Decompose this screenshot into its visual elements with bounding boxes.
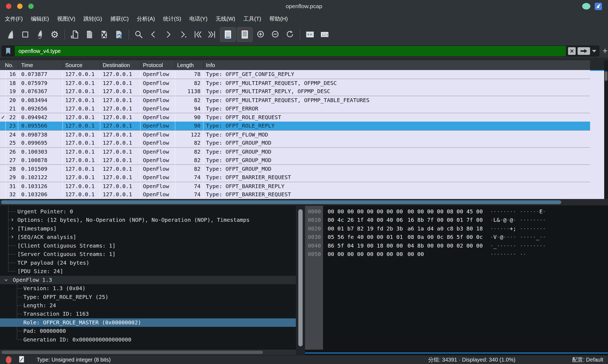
open-file-button[interactable] bbox=[68, 27, 82, 42]
packet-list-scroll-track[interactable] bbox=[590, 70, 604, 199]
menu-item-2[interactable]: 编辑(E) bbox=[31, 15, 49, 23]
zoom-out-button[interactable] bbox=[268, 27, 282, 42]
expander-closed-icon[interactable]: › bbox=[10, 216, 14, 224]
menu-item-9[interactable]: 无线(W) bbox=[216, 15, 235, 23]
detail-row[interactable]: [PDU Size: 24] bbox=[0, 267, 296, 276]
packet-row-24[interactable]: 240.098738127.0.0.1127.0.0.1OpenFlow122T… bbox=[0, 130, 590, 139]
detail-row[interactable]: TCP payload (24 bytes) bbox=[0, 259, 296, 267]
fixed-width-columns-button[interactable]: 123 bbox=[318, 27, 331, 42]
packet-row-21[interactable]: 210.092656127.0.0.1127.0.0.1OpenFlow94Ty… bbox=[0, 105, 590, 113]
resize-columns-button[interactable] bbox=[303, 27, 317, 42]
capture-comment-button[interactable] bbox=[19, 356, 25, 364]
filter-input[interactable]: openflow_v4.type bbox=[15, 46, 566, 56]
restart-capture-button[interactable] bbox=[33, 27, 47, 42]
detail-row[interactable]: Length: 24 bbox=[0, 301, 296, 310]
column-resize-handle[interactable] bbox=[175, 61, 175, 69]
expert-info-button[interactable] bbox=[6, 356, 12, 364]
first-packet-button[interactable] bbox=[191, 27, 204, 42]
reload-file-button[interactable] bbox=[112, 27, 126, 42]
profile-status[interactable]: 配置: Default bbox=[572, 355, 603, 364]
detail-row[interactable]: Transaction ID: 1163 bbox=[0, 310, 296, 318]
menu-item-8[interactable]: 电话(Y) bbox=[189, 15, 208, 23]
detail-row[interactable]: ›[Timestamps] bbox=[0, 224, 296, 233]
hex-row-0010[interactable]: 001000 4c 26 1f 40 00 40 0616 8b 7f 00 0… bbox=[305, 216, 608, 224]
add-filter-button[interactable]: + bbox=[601, 46, 608, 56]
column-resize-handle[interactable] bbox=[100, 61, 100, 69]
detail-row[interactable]: Generation ID: 0x0000000000000000 bbox=[0, 335, 296, 344]
detail-row[interactable]: ›Options: (12 bytes), No-Operation (NOP)… bbox=[0, 216, 296, 224]
packet-row-22[interactable]: ✓220.094942127.0.0.1127.0.0.1OpenFlow90T… bbox=[0, 113, 590, 122]
expander-open-icon[interactable]: › bbox=[2, 278, 10, 282]
save-file-button[interactable]: 010100110101110 bbox=[83, 27, 96, 42]
detail-row[interactable]: Pad: 00000000 bbox=[0, 327, 296, 335]
stop-capture-button[interactable] bbox=[18, 27, 32, 42]
expander-closed-icon[interactable]: › bbox=[10, 224, 14, 233]
detail-row[interactable]: ›[SEQ/ACK analysis] bbox=[0, 233, 296, 241]
packet-row-28[interactable]: 280.101509127.0.0.1127.0.0.1OpenFlow82Ty… bbox=[0, 164, 590, 173]
column-header-length[interactable]: Length bbox=[177, 60, 194, 70]
previous-packet-button[interactable] bbox=[147, 27, 160, 42]
detail-row[interactable]: ›OpenFlow 1.3 bbox=[0, 276, 296, 284]
hex-row-0040[interactable]: 004086 5f 04 19 00 18 00 0004 8b 00 00 0… bbox=[305, 242, 608, 250]
find-packet-button[interactable] bbox=[132, 27, 146, 42]
zoom-reset-button[interactable] bbox=[283, 27, 297, 42]
column-header-info[interactable]: Info bbox=[206, 60, 215, 70]
detail-row[interactable]: [Server Contiguous Streams: 1] bbox=[0, 250, 296, 258]
column-resize-handle[interactable] bbox=[18, 61, 18, 69]
packet-row-23[interactable]: 230.095566127.0.0.1127.0.0.1OpenFlow90Ty… bbox=[0, 122, 590, 130]
packet-row-29[interactable]: 290.102122127.0.0.1127.0.0.1OpenFlow74Ty… bbox=[0, 173, 590, 182]
close-file-button[interactable] bbox=[97, 27, 111, 42]
detail-row[interactable]: [Client Contiguous Streams: 1] bbox=[0, 242, 296, 250]
hex-row-0030[interactable]: 003005 56 fe 40 00 00 01 0108 0a 00 0c 8… bbox=[305, 233, 608, 241]
clear-filter-button[interactable] bbox=[568, 47, 576, 55]
detail-hscroll-thumb[interactable] bbox=[2, 351, 263, 354]
detail-vscroll-thumb[interactable] bbox=[298, 209, 303, 346]
pane-splitter[interactable] bbox=[296, 206, 305, 350]
column-resize-handle[interactable] bbox=[203, 61, 203, 69]
column-resize-handle[interactable] bbox=[62, 61, 63, 69]
start-capture-button[interactable] bbox=[4, 27, 17, 42]
packet-row-16[interactable]: 160.073877127.0.0.1127.0.0.1OpenFlow78Ty… bbox=[0, 70, 590, 79]
next-packet-button[interactable] bbox=[161, 27, 175, 42]
zoom-in-button[interactable] bbox=[254, 27, 267, 42]
filter-dropdown-caret[interactable] bbox=[592, 50, 596, 52]
menu-item-11[interactable]: 帮助(H) bbox=[269, 15, 288, 23]
packet-row-18[interactable]: 180.075979127.0.0.1127.0.0.1OpenFlow82Ty… bbox=[0, 79, 590, 88]
packet-list-vscrollbar[interactable] bbox=[604, 60, 608, 199]
packet-row-20[interactable]: 200.083494127.0.0.1127.0.0.1OpenFlow82Ty… bbox=[0, 96, 590, 105]
column-resize-handle[interactable] bbox=[140, 61, 140, 69]
detail-row[interactable]: Role: OFPCR_ROLE_MASTER (0x00000002) bbox=[0, 318, 296, 327]
packet-row-31[interactable]: 310.103126127.0.0.1127.0.0.1OpenFlow74Ty… bbox=[0, 182, 590, 191]
column-header-protocol[interactable]: Protocol bbox=[143, 60, 163, 70]
menu-item-5[interactable]: 捕获(C) bbox=[110, 15, 129, 23]
column-header-destination[interactable]: Destination bbox=[103, 60, 130, 70]
menu-item-7[interactable]: 统计(S) bbox=[163, 15, 181, 23]
last-packet-button[interactable] bbox=[205, 27, 219, 42]
apply-filter-button[interactable] bbox=[578, 47, 590, 55]
filter-bookmark-button[interactable] bbox=[2, 46, 15, 56]
packet-list-hscroll-thumb[interactable] bbox=[1, 200, 561, 204]
menu-item-1[interactable]: 文件(F) bbox=[5, 15, 23, 23]
packet-list-vscroll-thumb[interactable] bbox=[605, 71, 607, 81]
go-to-packet-button[interactable] bbox=[176, 27, 190, 42]
packet-row-27[interactable]: 270.100878127.0.0.1127.0.0.1OpenFlow82Ty… bbox=[0, 156, 590, 165]
detail-row[interactable]: Type: OFPT_ROLE_REPLY (25) bbox=[0, 293, 296, 301]
menu-item-3[interactable]: 视图(V) bbox=[57, 15, 75, 23]
column-header-source[interactable]: Source bbox=[65, 60, 82, 70]
expander-closed-icon[interactable]: › bbox=[10, 233, 14, 241]
column-header-no[interactable]: No. bbox=[5, 60, 13, 70]
colorize-toggle[interactable] bbox=[237, 27, 253, 42]
packet-row-25[interactable]: 250.099695127.0.0.1127.0.0.1OpenFlow82Ty… bbox=[0, 139, 590, 147]
hex-row-0020[interactable]: 002000 01 b7 82 19 fd 2b 3ba6 1a d4 a0 c… bbox=[305, 224, 608, 233]
column-header-time[interactable]: Time bbox=[21, 60, 33, 70]
menu-item-4[interactable]: 跳转(G) bbox=[83, 15, 102, 23]
detail-row[interactable]: Urgent Pointer: 0 bbox=[0, 207, 296, 216]
auto-scroll-toggle[interactable] bbox=[220, 27, 236, 42]
hex-row-0050[interactable]: 005000 00 00 00 00 00 00 0000 00········… bbox=[305, 250, 608, 258]
menu-item-10[interactable]: 工具(T) bbox=[243, 15, 261, 23]
packet-row-32[interactable]: 320.103206127.0.0.1127.0.0.1OpenFlow74Ty… bbox=[0, 190, 590, 199]
hex-row-0000[interactable]: 000000 00 00 00 00 00 00 0000 00 00 00 0… bbox=[305, 207, 608, 216]
packet-row-26[interactable]: 260.100303127.0.0.1127.0.0.1OpenFlow82Ty… bbox=[0, 147, 590, 156]
capture-options-button[interactable]: ⚙ bbox=[48, 27, 61, 42]
menu-item-6[interactable]: 分析(A) bbox=[137, 15, 155, 23]
